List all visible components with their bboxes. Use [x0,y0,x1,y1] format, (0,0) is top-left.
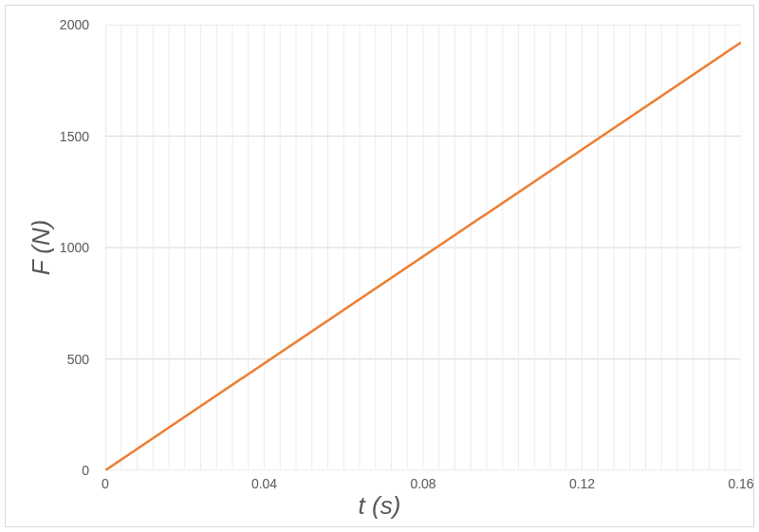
x-tick-label: 0.16 [728,476,753,491]
chart-frame: F (N) [5,5,754,527]
x-tick-label: 0.12 [569,476,595,491]
y-tick-label: 500 [32,352,89,367]
y-tick-label: 1500 [32,129,89,144]
plot-area [105,25,741,470]
x-tick-label: 0.08 [410,476,435,491]
x-tick-label: 0.04 [251,476,277,491]
y-tick-label: 1000 [32,240,89,255]
x-axis-title: t (s) [359,491,401,521]
y-tick-label: 0 [32,463,89,478]
x-tick-label: 0 [102,476,109,491]
y-tick-label: 2000 [32,17,89,32]
chart-svg [105,25,741,470]
